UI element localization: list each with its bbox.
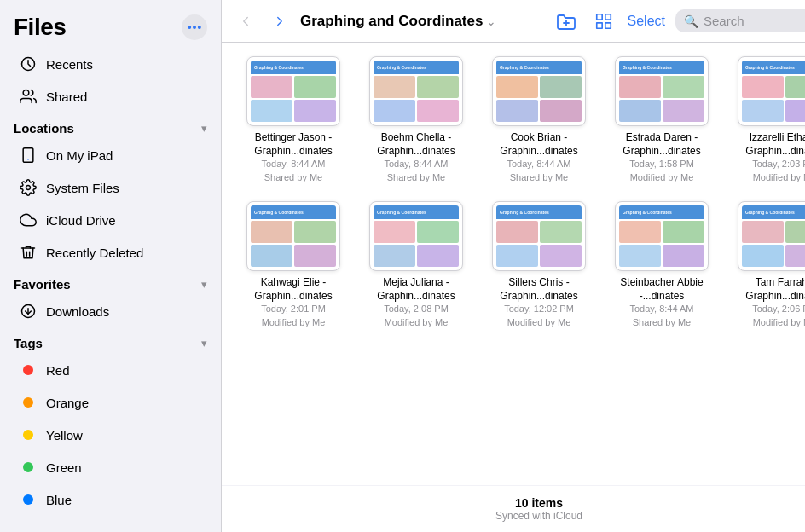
sidebar-item-recents[interactable]: Recents (5, 48, 216, 80)
sidebar-item-on-my-ipad-label: On My iPad (46, 148, 113, 163)
sidebar-item-downloads-label: Downloads (46, 304, 109, 319)
search-icon: 🔍 (684, 14, 698, 28)
file-date: Today, 8:44 AM (384, 158, 448, 171)
file-grid-row-2: Graphing & Coordinates Kahwagi Elie - Gr… (239, 201, 805, 329)
sidebar-item-shared[interactable]: Shared (5, 80, 216, 113)
file-name: Sillers Chris - Graphin...dinates (488, 276, 590, 303)
file-name: Mejia Juliana - Graphin...dinates (365, 276, 467, 303)
tag-blue-label: Blue (46, 493, 72, 507)
folder-chevron-icon[interactable]: ⌄ (486, 14, 496, 28)
new-folder-button[interactable] (553, 8, 580, 35)
sidebar-item-icloud-drive[interactable]: iCloud Drive (5, 204, 216, 236)
search-bar[interactable]: 🔍 Search 🎙 (675, 9, 805, 32)
file-date: Today, 8:44 AM (629, 303, 693, 315)
svg-point-6 (27, 159, 29, 160)
file-item[interactable]: Graphing & Coordinates Bettinger Jason -… (239, 56, 348, 184)
sidebar-item-shared-label: Shared (46, 90, 87, 104)
file-status: Modified by Me (385, 316, 449, 329)
select-button[interactable]: Select (628, 14, 665, 29)
tag-green-label: Green (46, 460, 82, 475)
sidebar-item-tag-red[interactable]: Red (5, 354, 216, 386)
search-placeholder: Search (704, 14, 744, 28)
file-status: Modified by Me (753, 171, 805, 184)
file-thumbnail: Graphing & Coordinates (246, 56, 340, 126)
svg-point-4 (23, 90, 29, 96)
file-date: Today, 12:02 PM (504, 303, 574, 315)
tag-red-label: Red (46, 363, 70, 378)
file-date: Today, 2:06 PM (752, 303, 805, 315)
svg-point-1 (194, 26, 196, 29)
file-thumbnail: Graphing & Coordinates (369, 201, 463, 271)
tags-chevron-icon: ▾ (201, 337, 207, 350)
file-status: Shared by Me (264, 171, 322, 184)
locations-label: Locations (14, 121, 74, 136)
sidebar-item-recently-deleted[interactable]: Recently Deleted (5, 236, 216, 269)
file-name: Tam Farrah - Graphin...dinates (733, 276, 805, 303)
footer: 10 items Synced with iCloud (222, 485, 805, 532)
person-2-icon (19, 87, 38, 106)
file-item[interactable]: Graphing & Coordinates Steinbacher Abbie… (607, 201, 716, 329)
file-date: Today, 2:08 PM (384, 303, 449, 315)
file-status: Modified by Me (753, 316, 805, 329)
sidebar-title: Files (14, 14, 66, 41)
sidebar-item-on-my-ipad[interactable]: On My iPad (5, 139, 216, 171)
file-item[interactable]: Graphing & Coordinates Estrada Daren - G… (607, 56, 716, 184)
favorites-chevron-icon: ▾ (201, 278, 207, 291)
file-thumbnail: Graphing & Coordinates (246, 201, 340, 271)
sidebar-item-tag-orange[interactable]: Orange (5, 386, 216, 419)
main-content: Graphing and Coordinates ⌄ (222, 0, 805, 532)
file-grid: Graphing & Coordinates Bettinger Jason -… (222, 43, 805, 485)
tag-dot-green-icon (19, 458, 38, 477)
ipad-icon (19, 146, 38, 165)
file-status: Shared by Me (510, 171, 568, 184)
gear-icon (19, 178, 38, 197)
sidebar-item-system-files[interactable]: System Files (5, 171, 216, 204)
view-toggle-button[interactable] (590, 8, 617, 35)
tag-yellow-label: Yellow (46, 428, 83, 442)
folder-title-area: Graphing and Coordinates ⌄ (300, 13, 546, 30)
file-status: Shared by Me (387, 171, 445, 184)
file-status: Modified by Me (262, 316, 326, 329)
sidebar-item-downloads[interactable]: Downloads (5, 295, 216, 327)
tag-dot-orange-icon (19, 393, 38, 412)
file-item[interactable]: Graphing & Coordinates Cook Brian - Grap… (484, 56, 594, 184)
sidebar-item-tag-green[interactable]: Green (5, 451, 216, 483)
sidebar-item-tag-yellow[interactable]: Yellow (5, 419, 216, 451)
file-item[interactable]: Graphing & Coordinates Sillers Chris - G… (484, 201, 594, 329)
tag-dot-red-icon (19, 361, 38, 379)
more-button[interactable] (182, 14, 207, 40)
favorites-section-header: Favorites ▾ (0, 269, 221, 295)
file-grid-row-1: Graphing & Coordinates Bettinger Jason -… (239, 56, 805, 184)
file-item[interactable]: Graphing & Coordinates Boehm Chella - Gr… (362, 56, 471, 184)
file-name: Izzarelli Ethan - Graphin...dinates (733, 131, 805, 158)
file-thumbnail: Graphing & Coordinates (615, 201, 709, 271)
file-status: Modified by Me (630, 171, 694, 184)
toolbar: Graphing and Coordinates ⌄ (222, 0, 805, 43)
svg-rect-14 (605, 22, 610, 27)
file-item[interactable]: Graphing & Coordinates Izzarelli Ethan -… (730, 56, 805, 184)
file-thumbnail: Graphing & Coordinates (492, 56, 586, 126)
back-button[interactable] (232, 8, 259, 35)
locations-chevron-icon: ▾ (201, 122, 207, 135)
forward-button[interactable] (266, 8, 293, 35)
file-item[interactable]: Graphing & Coordinates Tam Farrah - Grap… (730, 201, 805, 329)
file-item[interactable]: Graphing & Coordinates Mejia Juliana - G… (362, 201, 471, 329)
tags-label: Tags (14, 336, 43, 350)
svg-rect-13 (605, 14, 610, 19)
cloud-icon (19, 211, 38, 229)
svg-point-7 (26, 186, 31, 190)
file-name: Steinbacher Abbie -...dinates (611, 276, 713, 303)
file-item[interactable]: Graphing & Coordinates Kahwagi Elie - Gr… (239, 201, 348, 329)
sync-status: Synced with iCloud (232, 510, 805, 522)
file-date: Today, 2:03 PM (752, 158, 805, 171)
clock-icon (19, 55, 38, 73)
sidebar-item-tag-blue[interactable]: Blue (5, 483, 216, 516)
tag-dot-yellow-icon (19, 425, 38, 444)
file-date: Today, 8:44 AM (507, 158, 570, 171)
file-date: Today, 8:44 AM (261, 158, 325, 171)
file-date: Today, 2:01 PM (261, 303, 326, 315)
svg-point-2 (199, 26, 201, 29)
file-name: Bettinger Jason - Graphin...dinates (242, 131, 345, 158)
file-thumbnail: Graphing & Coordinates (738, 201, 805, 271)
file-status: Modified by Me (507, 316, 571, 329)
